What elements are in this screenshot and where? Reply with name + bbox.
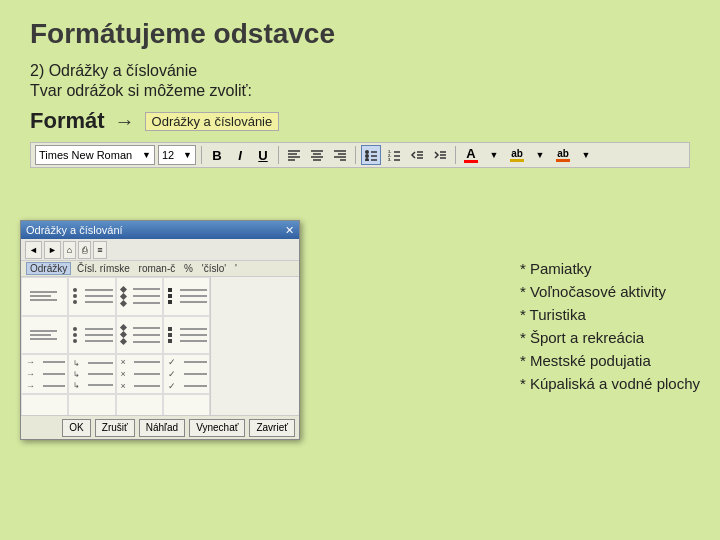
mini-row-s1 xyxy=(166,288,207,292)
color-a-bar xyxy=(464,160,478,163)
mini-line-3 xyxy=(85,301,112,303)
arrow-icon: → xyxy=(115,110,135,133)
mini-line-x3 xyxy=(134,385,160,387)
mini-line-ar2 xyxy=(88,373,112,375)
dialog-titlebar: Odrážky a číslování ✕ xyxy=(21,221,299,239)
bullet-cell-arrow2[interactable]: ↳ ↳ ↳ xyxy=(68,354,115,394)
bullet-cell-arrow1[interactable]: → → → xyxy=(21,354,68,394)
dialog-print-button[interactable]: ⎙ xyxy=(78,241,91,259)
align-right-icon xyxy=(333,149,347,161)
numbering-button[interactable]: 1. 2. 3. xyxy=(384,145,404,165)
svg-point-14 xyxy=(365,154,369,158)
dialog-tab-quote[interactable]: ' xyxy=(232,263,240,274)
preview-button[interactable]: Náhľad xyxy=(139,419,185,437)
highlight-letter: ab xyxy=(511,149,523,159)
x-cell-content: × × × xyxy=(117,355,162,393)
mini-arrow-3: → xyxy=(26,381,35,391)
align-right-button[interactable] xyxy=(330,145,350,165)
indent-decrease-button[interactable] xyxy=(407,145,427,165)
mini-row-3 xyxy=(71,300,112,304)
mini-line-dd1 xyxy=(133,327,159,329)
dialog-more-button[interactable]: ≡ xyxy=(93,241,106,259)
size-dropdown-icon[interactable]: ▼ xyxy=(183,150,192,160)
italic-button[interactable]: I xyxy=(230,145,250,165)
dialog-forward-button[interactable]: ► xyxy=(44,241,61,259)
skip-button[interactable]: Vynechať xyxy=(189,419,245,437)
mini-square-3 xyxy=(168,300,172,304)
mini-dot-1 xyxy=(73,288,77,292)
align-left-button[interactable] xyxy=(284,145,304,165)
dialog-tab-roman[interactable]: roman-č xyxy=(136,263,179,274)
shading-dropdown[interactable]: ▼ xyxy=(576,145,596,165)
mini-row-2 xyxy=(71,294,112,298)
mini-dsq-3 xyxy=(168,339,172,343)
mini-x-3: × xyxy=(121,381,126,391)
dialog-tab-bullets[interactable]: Odrážky xyxy=(26,262,71,275)
font-color-dropdown[interactable]: ▼ xyxy=(484,145,504,165)
bullet-cell-circle[interactable] xyxy=(68,316,115,355)
mini-row-c3 xyxy=(71,339,112,343)
mini-line-a3 xyxy=(43,385,65,387)
indent-increase-button[interactable] xyxy=(430,145,450,165)
mini-row-x3: × xyxy=(119,381,160,391)
dash-d-cell-content xyxy=(117,317,162,354)
cancel-button[interactable]: Zrušiť xyxy=(95,419,135,437)
bullet-cell-x[interactable]: × × × xyxy=(116,354,163,394)
mini-row-ar3: ↳ xyxy=(71,381,112,390)
font-color-button[interactable]: A xyxy=(461,145,481,165)
format-row: Formát → Odrážky a číslovánie xyxy=(30,108,690,134)
bold-button[interactable]: B xyxy=(207,145,227,165)
mini-x-2: × xyxy=(121,369,126,379)
font-dropdown-icon[interactable]: ▼ xyxy=(142,150,151,160)
align-center-icon xyxy=(310,149,324,161)
list-item-5: * Mestské podujatia xyxy=(520,352,700,369)
align-center-button[interactable] xyxy=(307,145,327,165)
dialog-tab-number2[interactable]: 'číslo' xyxy=(199,263,229,274)
list-item-1: * Pamiatky xyxy=(520,260,700,277)
bullets-button[interactable] xyxy=(361,145,381,165)
mini-curv-2: ↳ xyxy=(73,370,80,379)
mini-arrow-1: → xyxy=(26,357,35,367)
bullet-cell-diamond[interactable] xyxy=(116,277,163,316)
list-item-6: * Kúpaliská a vodné plochy xyxy=(520,375,700,392)
arrow2-cell-content: ↳ ↳ ↳ xyxy=(69,355,114,393)
underline-button[interactable]: U xyxy=(253,145,273,165)
dialog-close-button[interactable]: ✕ xyxy=(285,224,294,237)
dialog-home-button[interactable]: ⌂ xyxy=(63,241,76,259)
font-size-select[interactable]: 12 ▼ xyxy=(158,145,196,165)
mini-line-x1 xyxy=(134,361,160,363)
highlight-dropdown[interactable]: ▼ xyxy=(530,145,550,165)
numbering-icon: 1. 2. 3. xyxy=(387,149,401,161)
mini-line-s2 xyxy=(180,295,207,297)
dialog-back-button[interactable]: ◄ xyxy=(25,241,42,259)
mini-line-s3 xyxy=(180,301,207,303)
mini-line-c2 xyxy=(85,334,112,336)
bullet-cell-empty-row[interactable] xyxy=(21,316,68,355)
dialog-tab-percent[interactable]: % xyxy=(181,263,196,274)
mini-dsq-2 xyxy=(168,333,172,337)
mini-row-d3 xyxy=(119,301,160,306)
font-name-select[interactable]: Times New Roman ▼ xyxy=(35,145,155,165)
color-a-letter: A xyxy=(466,147,475,160)
mini-check-1: ✓ xyxy=(168,357,176,367)
character-shading-button[interactable]: ab xyxy=(553,145,573,165)
mini-line-d2 xyxy=(133,295,159,297)
bullet-cell-check[interactable]: ✓ ✓ ✓ xyxy=(163,354,210,394)
bullet-cell-dash-d[interactable] xyxy=(116,316,163,355)
bullet-cell-dot[interactable] xyxy=(68,277,115,316)
bullet-cell-none[interactable] xyxy=(21,277,68,316)
mini-circle-3 xyxy=(73,339,77,343)
separator3 xyxy=(355,146,356,164)
mini-row-1 xyxy=(71,288,112,292)
bullet-cell-square[interactable] xyxy=(163,277,210,316)
highlight-button[interactable]: ab xyxy=(507,145,527,165)
bullet-cell-dash-sq[interactable] xyxy=(163,316,210,355)
font-color-indicator: A xyxy=(464,147,478,163)
dialog-tab-numbering[interactable]: Čísl. rímske xyxy=(74,263,133,274)
mini-dot-2 xyxy=(73,294,77,298)
mini-line-ar1 xyxy=(88,362,112,364)
ok-button[interactable]: OK xyxy=(62,419,90,437)
subtitle2: Tvar odrážok si môžeme zvoliť: xyxy=(30,82,690,100)
close-button[interactable]: Zavrieť xyxy=(249,419,295,437)
subtitle1: 2) Odrážky a číslovánie xyxy=(30,62,690,80)
